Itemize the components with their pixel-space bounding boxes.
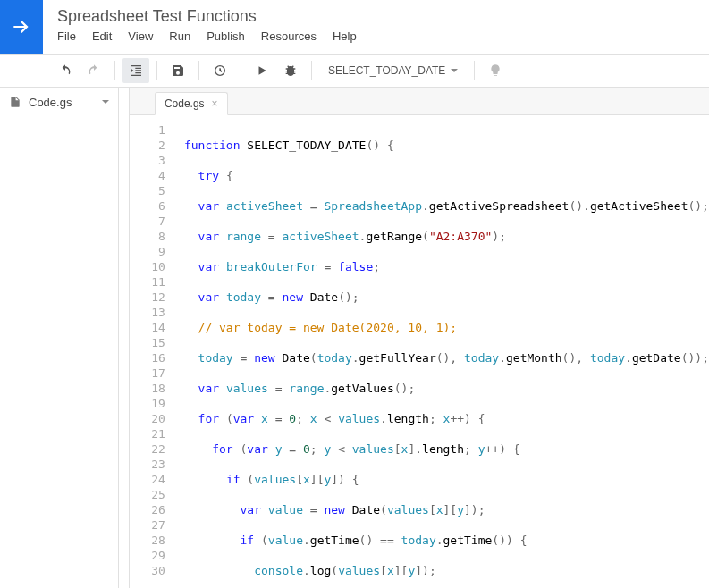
editor-tabbar: Code.gs × <box>130 88 709 115</box>
document-title[interactable]: Spreadsheet Test Functions <box>57 7 357 26</box>
chevron-down-icon <box>451 69 458 72</box>
tab-label: Code.gs <box>165 97 205 110</box>
file-icon <box>9 95 21 109</box>
indent-button[interactable] <box>122 58 149 83</box>
file-sidebar: Code.gs <box>0 88 119 588</box>
menu-publish[interactable]: Publish <box>207 29 245 43</box>
app-header: Spreadsheet Test Functions File Edit Vie… <box>0 0 709 55</box>
toolbar: SELECT_TODAY_DATE <box>0 55 709 88</box>
redo-button[interactable] <box>80 58 107 83</box>
bug-icon <box>283 63 298 78</box>
function-selector[interactable]: SELECT_TODAY_DATE <box>319 59 467 82</box>
arrow-right-icon <box>10 15 33 38</box>
clock-icon <box>213 63 227 78</box>
indent-icon <box>129 63 143 78</box>
play-icon <box>256 64 268 77</box>
undo-button[interactable] <box>52 58 79 83</box>
menubar: File Edit View Run Publish Resources Hel… <box>57 29 357 43</box>
sidebar-file-item[interactable]: Code.gs <box>0 88 118 116</box>
sidebar-file-label: Code.gs <box>29 96 72 109</box>
run-button[interactable] <box>249 58 275 83</box>
menu-edit[interactable]: Edit <box>92 29 112 43</box>
code-content[interactable]: function SELECT_TODAY_DATE() { try { var… <box>173 115 709 588</box>
debug-button[interactable] <box>277 58 304 83</box>
line-gutter: 1234567891011121314151617181920212223242… <box>130 115 173 588</box>
editor-tab[interactable]: Code.gs × <box>155 92 228 115</box>
save-icon <box>171 63 185 78</box>
caret-down-icon[interactable] <box>102 100 109 104</box>
help-lightbulb-button[interactable] <box>482 58 509 83</box>
triggers-button[interactable] <box>207 58 233 83</box>
lightbulb-icon <box>488 63 502 78</box>
menu-file[interactable]: File <box>57 29 76 43</box>
menu-run[interactable]: Run <box>169 29 190 43</box>
code-editor[interactable]: 1234567891011121314151617181920212223242… <box>130 115 709 588</box>
apps-script-logo[interactable] <box>0 0 43 54</box>
redo-icon <box>87 63 101 78</box>
menu-help[interactable]: Help <box>333 29 357 43</box>
undo-icon <box>58 63 72 78</box>
close-icon[interactable]: × <box>212 98 218 109</box>
menu-resources[interactable]: Resources <box>261 29 317 43</box>
split-gutter[interactable] <box>119 88 130 588</box>
save-button[interactable] <box>165 58 191 83</box>
menu-view[interactable]: View <box>128 29 153 43</box>
function-selector-label: SELECT_TODAY_DATE <box>328 64 445 77</box>
